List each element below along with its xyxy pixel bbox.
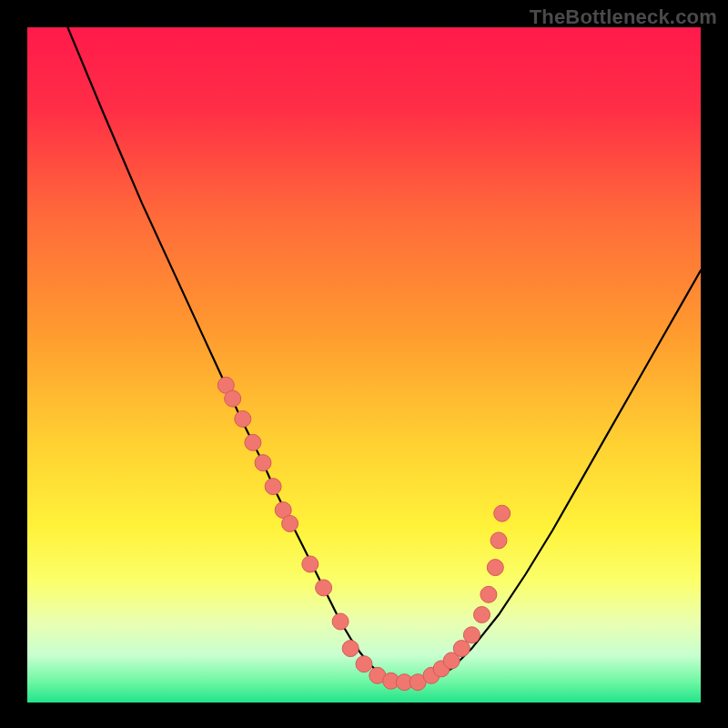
data-point [463,627,480,643]
data-point [490,532,507,549]
data-points-layer [27,27,701,703]
data-point [453,641,470,657]
data-point [494,505,511,521]
data-point [356,656,372,672]
data-point [245,434,261,450]
watermark-text: TheBottleneck.com [530,5,717,29]
data-point [342,641,359,657]
plot-area [27,27,701,703]
data-point [474,607,490,623]
data-point [235,410,251,427]
data-point [480,586,497,602]
data-point [487,560,503,576]
data-point [316,580,332,596]
data-point [332,613,349,630]
data-point [255,455,271,471]
data-point [265,479,281,495]
data-point [225,390,241,407]
data-point [282,515,298,531]
data-point [302,556,318,572]
chart-frame: TheBottleneck.com [0,0,728,728]
